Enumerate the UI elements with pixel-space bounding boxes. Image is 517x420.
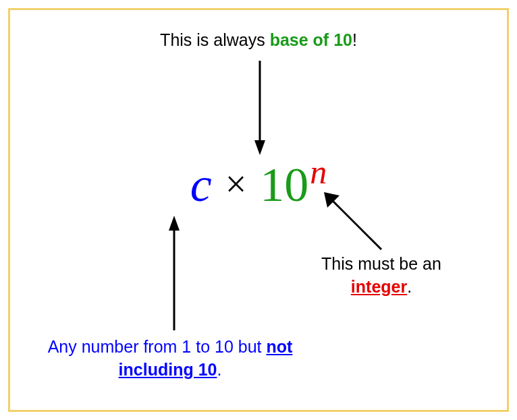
scientific-notation-formula: c × 10n: [0, 160, 517, 209]
label-top-emph: base of 10: [270, 30, 352, 49]
svg-line-2: [331, 200, 381, 249]
formula-times: ×: [224, 163, 248, 205]
label-coefficient-range: Any number from 1 to 10 but not includin…: [42, 336, 298, 382]
formula-base-ten: 10: [260, 158, 308, 212]
label-bottom-text2: .: [217, 360, 221, 379]
svg-marker-5: [169, 216, 180, 231]
svg-marker-1: [254, 140, 265, 155]
label-right-emph: integer: [351, 277, 407, 296]
label-right-text1: This must be an: [321, 254, 441, 273]
arrow-right-icon: [321, 189, 388, 256]
arrow-top-icon: [253, 61, 267, 155]
formula-coefficient: c: [190, 158, 212, 212]
label-top-text2: !: [352, 30, 357, 49]
label-top-text1: This is always: [160, 30, 270, 49]
label-right-text2: .: [407, 277, 412, 296]
arrow-bottom-icon: [167, 216, 181, 330]
label-base-of-10: This is always base of 10!: [0, 30, 517, 50]
formula-exponent: n: [310, 153, 327, 191]
label-bottom-text1: Any number from 1 to 10 but: [48, 337, 267, 356]
label-integer: This must be an integer.: [283, 253, 479, 299]
